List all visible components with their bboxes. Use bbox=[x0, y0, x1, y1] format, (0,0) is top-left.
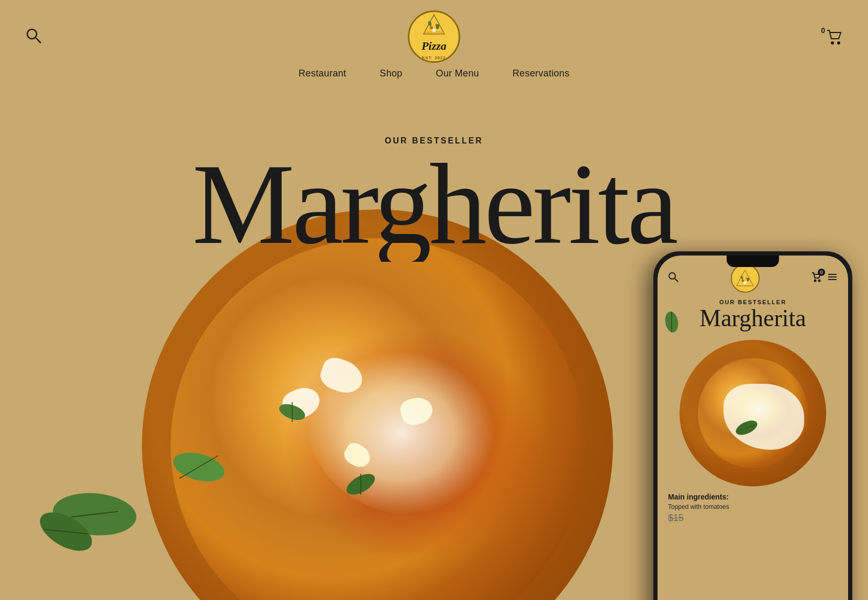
nav-reservations[interactable]: Reservations bbox=[513, 68, 570, 79]
logo[interactable]: Pizza EST. 2022 bbox=[408, 10, 460, 63]
crust-ring bbox=[142, 209, 613, 600]
basil-decoration-right bbox=[163, 436, 235, 500]
nav-shop[interactable]: Shop bbox=[380, 68, 402, 79]
navigation: Restaurant Shop Our Menu Reservations bbox=[0, 68, 868, 79]
cheese-spot-1 bbox=[317, 354, 367, 398]
phone-pizza-basil bbox=[731, 416, 762, 440]
pizza-circle bbox=[142, 209, 613, 600]
phone-cart-badge: 0 bbox=[818, 269, 825, 276]
phone-logo[interactable] bbox=[731, 264, 760, 293]
basil-leaf-1 bbox=[340, 469, 382, 500]
logo-est: EST. 2022 bbox=[422, 55, 446, 60]
main-content: OUR BESTSELLER Margherita bbox=[0, 105, 868, 600]
bestseller-badge: OUR BESTSELLER bbox=[0, 136, 868, 146]
phone-search-icon[interactable] bbox=[668, 272, 678, 285]
phone-hero-title: Margherita bbox=[658, 306, 848, 330]
phone-icons: 0 bbox=[811, 272, 838, 285]
svg-point-0 bbox=[27, 29, 37, 39]
basil-leaf-2 bbox=[274, 398, 310, 427]
phone-logo-icon bbox=[735, 268, 755, 289]
nav-restaurant[interactable]: Restaurant bbox=[298, 68, 346, 79]
phone-crust-ring bbox=[680, 340, 826, 486]
phone-cart-button[interactable]: 0 bbox=[811, 272, 822, 285]
svg-point-31 bbox=[819, 280, 820, 282]
logo-circle: Pizza EST. 2022 bbox=[408, 10, 460, 63]
pizza-main-image bbox=[142, 209, 613, 600]
logo-inner: Pizza EST. 2022 bbox=[421, 12, 447, 61]
svg-line-1 bbox=[36, 38, 41, 43]
nav-our-menu[interactable]: Our Menu bbox=[436, 68, 479, 79]
phone-basil-accent bbox=[664, 310, 680, 334]
phone-pizza-image bbox=[680, 340, 826, 486]
phone-ingredients-text: Topped with tomatoes bbox=[668, 503, 838, 510]
cheese-spot-2 bbox=[398, 394, 436, 428]
svg-point-27 bbox=[743, 281, 747, 284]
header: Pizza EST. 2022 0 bbox=[0, 0, 868, 73]
phone-menu-button[interactable] bbox=[827, 272, 838, 285]
phone-price: $15 bbox=[668, 513, 684, 524]
svg-point-22 bbox=[669, 273, 675, 279]
phone-ingredients-title: Main ingredients: bbox=[668, 493, 838, 501]
logo-text: Pizza bbox=[421, 40, 447, 52]
cart-icon bbox=[826, 28, 843, 45]
cart-badge: 0 bbox=[821, 26, 825, 35]
hero-title: Margherita bbox=[0, 147, 868, 262]
phone-screen: 0 bbox=[658, 255, 848, 600]
svg-point-7 bbox=[432, 29, 436, 32]
cart-button[interactable]: 0 bbox=[821, 28, 843, 45]
svg-point-30 bbox=[815, 280, 816, 282]
svg-point-11 bbox=[838, 42, 840, 44]
phone-mockup: 0 bbox=[653, 251, 852, 600]
pizza-slice-icon bbox=[421, 12, 447, 38]
basil-decoration-left bbox=[30, 457, 158, 574]
phone-notch bbox=[727, 255, 779, 267]
svg-point-10 bbox=[831, 42, 833, 44]
cheese-spot-3 bbox=[341, 440, 374, 471]
svg-point-25 bbox=[742, 279, 744, 282]
search-button[interactable] bbox=[25, 27, 42, 46]
svg-point-5 bbox=[430, 26, 433, 29]
svg-line-23 bbox=[675, 279, 678, 282]
